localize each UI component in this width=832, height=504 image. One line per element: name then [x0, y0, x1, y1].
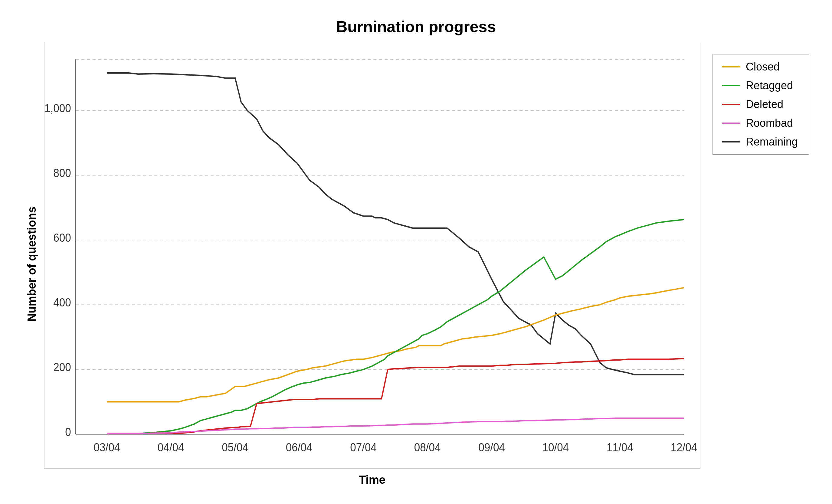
svg-text:12/04: 12/04 — [671, 441, 697, 454]
legend-item-retagged: Retagged — [722, 79, 800, 92]
svg-text:0: 0 — [65, 426, 71, 439]
svg-text:10/04: 10/04 — [543, 441, 569, 454]
svg-text:09/04: 09/04 — [478, 441, 505, 454]
legend-label-retagged: Retagged — [746, 79, 793, 92]
legend-line-closed — [722, 66, 740, 68]
retagged-line — [107, 220, 684, 433]
svg-text:1,000: 1,000 — [45, 102, 71, 115]
svg-text:03/04: 03/04 — [94, 441, 120, 454]
svg-text:07/04: 07/04 — [350, 441, 377, 454]
legend-line-remaining — [722, 141, 740, 142]
chart-container: Burnination progress Number of questions — [23, 18, 809, 486]
remaining-line — [107, 73, 684, 374]
chart-body: Number of questions — [23, 42, 809, 486]
legend-item-deleted: Deleted — [722, 98, 800, 111]
closed-line — [107, 288, 684, 402]
x-axis-label: Time — [44, 473, 700, 486]
chart-plot-area: 0 200 400 600 800 1,000 03/04 04/04 05/0… — [44, 42, 700, 486]
legend-item-remaining: Remaining — [722, 135, 800, 148]
roombad-line — [107, 418, 684, 433]
svg-text:04/04: 04/04 — [158, 441, 184, 454]
deleted-line — [107, 359, 684, 433]
y-axis-label: Number of questions — [23, 42, 41, 486]
legend-label-closed: Closed — [746, 60, 780, 73]
svg-text:800: 800 — [53, 167, 71, 180]
legend-box: Closed Retagged Deleted Roombad Remainin… — [712, 54, 809, 155]
legend: Closed Retagged Deleted Roombad Remainin… — [712, 42, 809, 486]
legend-item-roombad: Roombad — [722, 117, 800, 130]
legend-label-remaining: Remaining — [746, 135, 798, 148]
svg-text:08/04: 08/04 — [414, 441, 441, 454]
svg-text:400: 400 — [53, 296, 71, 309]
legend-item-closed: Closed — [722, 60, 800, 73]
legend-label-roombad: Roombad — [746, 117, 793, 130]
svg-text:06/04: 06/04 — [286, 441, 313, 454]
legend-label-deleted: Deleted — [746, 98, 783, 111]
legend-line-deleted — [722, 104, 740, 105]
legend-line-retagged — [722, 85, 740, 86]
chart-svg: 0 200 400 600 800 1,000 03/04 04/04 05/0… — [45, 42, 700, 468]
chart-svg-wrapper: 0 200 400 600 800 1,000 03/04 04/04 05/0… — [44, 42, 700, 469]
svg-text:11/04: 11/04 — [606, 441, 633, 454]
svg-text:200: 200 — [53, 361, 71, 374]
legend-line-roombad — [722, 123, 740, 124]
svg-text:05/04: 05/04 — [222, 441, 249, 454]
svg-text:600: 600 — [53, 232, 71, 244]
chart-title: Burnination progress — [336, 18, 496, 36]
